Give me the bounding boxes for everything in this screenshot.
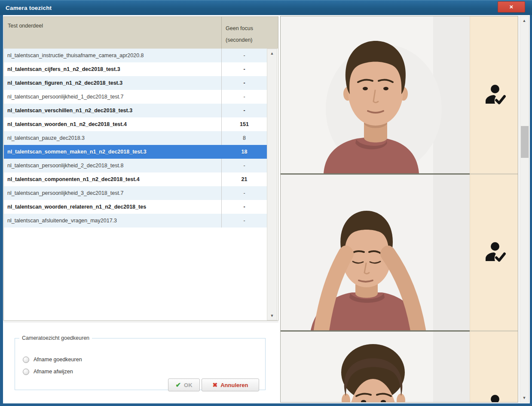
close-button[interactable]: × bbox=[498, 1, 525, 12]
focus-seconds: - bbox=[221, 200, 267, 214]
table-row[interactable]: nl_talentscan_componenten_n1_n2_dec2018_… bbox=[4, 172, 267, 186]
test-name: nl_talentscan_figuren_n1_n2_dec2018_test… bbox=[4, 76, 221, 90]
camera-snapshot-panel bbox=[280, 16, 518, 403]
test-name: nl_talentscan_woorden_relateren_n1_n2_de… bbox=[4, 200, 221, 214]
table-row[interactable]: nl_talentscan_figuren_n1_n2_dec2018_test… bbox=[4, 76, 267, 90]
table-row[interactable]: nl_talentscan_persoonlijkheid_1_dec2018_… bbox=[4, 90, 267, 104]
person-check-icon bbox=[483, 242, 506, 263]
focus-seconds: - bbox=[221, 90, 267, 104]
ok-button-label: OK bbox=[184, 382, 193, 388]
table-row[interactable]: nl_talentscan_instructie_thuisafname_cam… bbox=[4, 49, 267, 62]
column-header-focus: Geen focus (seconden) bbox=[221, 17, 269, 49]
check-icon: ✔ bbox=[175, 381, 181, 389]
dialog-body: Test onderdeel Geen focus (seconden) nl_… bbox=[3, 15, 530, 403]
x-icon: ✖ bbox=[212, 381, 217, 388]
approval-fieldset: Cameratoezicht goedkeuren Afname goedkeu… bbox=[15, 335, 266, 390]
table-row[interactable]: nl_talentscan_woorden_relateren_n1_n2_de… bbox=[4, 200, 267, 214]
scroll-up-icon[interactable]: ▲ bbox=[267, 50, 277, 57]
scrollbar-thumb[interactable] bbox=[521, 126, 529, 158]
focus-seconds: - bbox=[221, 104, 267, 117]
test-name: nl_talentscan_sommen_maken_n1_n2_dec2018… bbox=[4, 145, 221, 159]
person-check-icon bbox=[483, 394, 506, 403]
dialog-titlebar: Camera toezicht bbox=[0, 0, 532, 15]
scroll-down-icon[interactable]: ▼ bbox=[520, 394, 529, 401]
table-row[interactable]: nl_talentscan_persoonlijkheid_2_dec2018_… bbox=[4, 159, 267, 172]
approval-panel: Cameratoezicht goedkeuren Afname goedkeu… bbox=[3, 322, 278, 403]
focus-seconds: - bbox=[221, 186, 267, 200]
table-scrollbar[interactable]: ▲ ▼ bbox=[267, 49, 277, 320]
radio-approve[interactable]: Afname goedkeuren bbox=[23, 356, 82, 363]
test-name: nl_talentscan_componenten_n1_n2_dec2018_… bbox=[4, 172, 221, 186]
scroll-up-icon[interactable]: ▲ bbox=[520, 17, 529, 24]
table-row-selected[interactable]: nl_talentscan_sommen_maken_n1_n2_dec2018… bbox=[4, 145, 267, 159]
test-name: nl_talentscan_persoonlijkheid_3_dec2018_… bbox=[4, 186, 221, 200]
test-name: nl_talentscan_cijfers_n1_n2_dec2018_test… bbox=[4, 62, 221, 76]
webcam-photo-1 bbox=[281, 16, 470, 173]
test-name: nl_talentscan_persoonlijkheid_1_dec2018_… bbox=[4, 90, 221, 104]
focus-seconds: - bbox=[221, 76, 267, 90]
cancel-button[interactable]: ✖ Annuleren bbox=[202, 378, 259, 391]
webcam-photo-2 bbox=[281, 175, 470, 330]
test-name: nl_talentscan_pauze_dec2018.3 bbox=[4, 131, 221, 145]
person-check-icon bbox=[483, 84, 506, 106]
radio-approve-label: Afname goedkeuren bbox=[34, 357, 82, 363]
ok-button[interactable]: ✔ OK bbox=[168, 378, 200, 391]
snapshot-row bbox=[281, 332, 518, 403]
focus-seconds: - bbox=[221, 62, 267, 76]
cancel-button-label: Annuleren bbox=[220, 382, 248, 388]
camera-panel-scrollbar[interactable]: ▲ ▼ bbox=[520, 16, 529, 403]
test-name: nl_talentscan_persoonlijkheid_2_dec2018_… bbox=[4, 159, 221, 172]
test-table-panel: Test onderdeel Geen focus (seconden) nl_… bbox=[3, 16, 278, 321]
focus-seconds: 8 bbox=[221, 131, 267, 145]
table-row[interactable]: nl_talentscan_verschillen_n1_n2_dec2018_… bbox=[4, 104, 267, 117]
snapshot-row bbox=[281, 175, 518, 330]
test-name: nl_talentscan_afsluitende_vragen_may2017… bbox=[4, 214, 221, 228]
radio-reject-label: Afname afwijzen bbox=[34, 369, 73, 375]
snapshot-status-strip bbox=[470, 16, 518, 173]
table-row[interactable]: nl_talentscan_pauze_dec2018.3 8 bbox=[4, 131, 267, 145]
test-name: nl_talentscan_instructie_thuisafname_cam… bbox=[4, 49, 221, 62]
webcam-photo-3 bbox=[281, 332, 470, 403]
radio-reject[interactable]: Afname afwijzen bbox=[23, 368, 73, 375]
focus-seconds: - bbox=[221, 49, 267, 62]
table-row[interactable]: nl_talentscan_persoonlijkheid_3_dec2018_… bbox=[4, 186, 267, 200]
scroll-down-icon[interactable]: ▼ bbox=[267, 312, 277, 319]
focus-seconds: 18 bbox=[221, 145, 267, 159]
focus-seconds: 151 bbox=[221, 117, 267, 131]
close-icon: × bbox=[510, 3, 514, 10]
dialog-title: Camera toezicht bbox=[6, 5, 52, 11]
camera-supervision-dialog: Camera toezicht × Test onderdeel Geen fo… bbox=[0, 0, 532, 406]
test-name: nl_talentscan_woorden_n1_n2_dec2018_test… bbox=[4, 117, 221, 131]
snapshot-status-strip bbox=[470, 175, 518, 330]
table-row[interactable]: nl_talentscan_cijfers_n1_n2_dec2018_test… bbox=[4, 62, 267, 76]
test-name: nl_talentscan_verschillen_n1_n2_dec2018_… bbox=[4, 104, 221, 117]
snapshot-row bbox=[281, 16, 518, 173]
table-header: Test onderdeel Geen focus (seconden) bbox=[4, 17, 278, 49]
focus-seconds: - bbox=[221, 214, 267, 228]
table-row[interactable]: nl_talentscan_afsluitende_vragen_may2017… bbox=[4, 214, 267, 228]
column-header-test: Test onderdeel bbox=[8, 23, 43, 29]
table-row[interactable]: nl_talentscan_woorden_n1_n2_dec2018_test… bbox=[4, 117, 267, 131]
snapshot-status-strip bbox=[470, 332, 518, 403]
approval-legend: Cameratoezicht goedkeuren bbox=[19, 335, 92, 341]
table-rows: nl_talentscan_instructie_thuisafname_cam… bbox=[4, 49, 267, 228]
focus-seconds: - bbox=[221, 159, 267, 172]
radio-button-icon[interactable] bbox=[23, 357, 29, 363]
radio-button-icon[interactable] bbox=[23, 369, 29, 375]
focus-seconds: 21 bbox=[221, 172, 267, 186]
